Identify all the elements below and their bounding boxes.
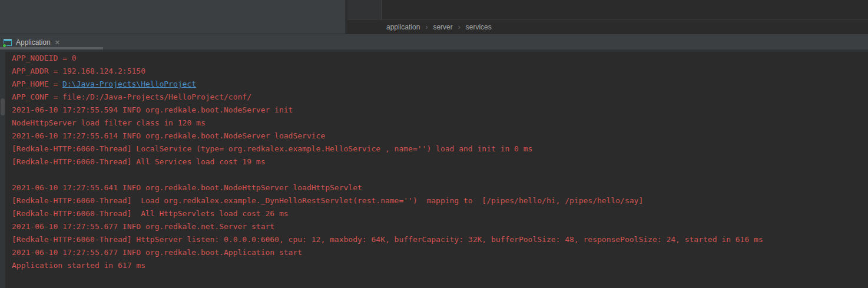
console-line: Application started in 617 ms [12, 259, 868, 272]
log-text: [Redkale-HTTP:6060-Thread] All HttpServl… [12, 209, 289, 218]
log-text: 2021-06-10 17:27:55.677 INFO org.redkale… [12, 248, 302, 257]
console-line: [Redkale-HTTP:6060-Thread] Load org.redk… [12, 194, 868, 207]
editor-gutter [347, 0, 382, 19]
console-line: 2021-06-10 17:27:55.641 INFO org.redkale… [12, 181, 868, 194]
left-panel [0, 0, 346, 34]
console-line: APP_HOME = D:\Java-Projects\HelloProject [12, 78, 868, 91]
tab-label: Application [16, 38, 51, 47]
log-text: APP_NODEID = 0 [12, 54, 77, 62]
console-line: 2021-06-10 17:27:55.594 INFO org.redkale… [12, 104, 868, 117]
console-line: APP_CONF = file:/D:/Java-Projects/HelloP… [12, 91, 868, 104]
console-line [12, 168, 868, 181]
console-line: APP_NODEID = 0 [12, 52, 868, 65]
console-line: [Redkale-HTTP:6060-Thread] HttpServer li… [12, 233, 868, 246]
console-line: 2021-06-10 17:27:55.614 INFO org.redkale… [12, 130, 868, 143]
log-text: [Redkale-HTTP:6060-Thread] Load org.redk… [12, 196, 643, 205]
breadcrumb-bar: application›server›services [347, 19, 868, 34]
breadcrumb: application›server›services [386, 23, 492, 31]
log-text: [Redkale-HTTP:6060-Thread] All Services … [12, 157, 265, 166]
console-output: APP_NODEID = 0APP_ADDR = 192.168.124.2:5… [12, 52, 868, 272]
console-scrollbar-thumb[interactable] [1, 98, 5, 115]
console-left-scrollbar[interactable] [0, 50, 5, 288]
tab-strip-scrollbar-thumb[interactable] [0, 47, 103, 49]
close-icon[interactable]: ✕ [55, 39, 60, 46]
console-line: [Redkale-HTTP:6060-Thread] All Services … [12, 155, 868, 168]
run-toolwindow-tab-bar: Application ✕ [0, 34, 868, 50]
log-text: 2021-06-10 17:27:55.677 INFO org.redkale… [12, 222, 274, 231]
breadcrumb-separator-icon: › [458, 23, 460, 31]
breadcrumb-separator-icon: › [425, 23, 428, 31]
log-text: [Redkale-HTTP:6060-Thread] HttpServer li… [12, 235, 763, 244]
console-line: APP_ADDR = 192.168.124.2:5150 [12, 65, 868, 78]
console-line: [Redkale-HTTP:6060-Thread] All HttpServl… [12, 207, 868, 220]
console-line: NodeHttpServer load filter class in 120 … [12, 117, 868, 130]
editor-background [382, 0, 868, 19]
log-text: APP_CONF = file:/D:/Java-Projects/HelloP… [12, 92, 251, 101]
log-text: [Redkale-HTTP:6060-Thread] LocalService … [12, 144, 532, 153]
editor-bottom-strip: application›server›services [0, 0, 868, 34]
console-line: 2021-06-10 17:27:55.677 INFO org.redkale… [12, 220, 868, 233]
ide-window: application›server›services Application … [0, 0, 868, 288]
log-text: 2021-06-10 17:27:55.641 INFO org.redkale… [12, 183, 362, 192]
log-text: APP_HOME = [12, 80, 62, 88]
breadcrumb-item-server[interactable]: server [433, 23, 452, 31]
log-text: 2021-06-10 17:27:55.614 INFO org.redkale… [12, 131, 325, 140]
log-text: NodeHttpServer load filter class in 120 … [12, 118, 206, 127]
run-console: APP_NODEID = 0APP_ADDR = 192.168.124.2:5… [0, 50, 868, 288]
console-titlebar-glyph [4, 39, 11, 41]
log-text: 2021-06-10 17:27:55.594 INFO org.redkale… [12, 105, 293, 114]
run-console-icon [3, 38, 12, 47]
console-line: 2021-06-10 17:27:55.677 INFO org.redkale… [12, 246, 868, 259]
breadcrumb-item-application[interactable]: application [386, 23, 420, 31]
log-text: Application started in 617 ms [12, 261, 145, 270]
file-link[interactable]: D:\Java-Projects\HelloProject [62, 80, 196, 88]
breadcrumb-item-services[interactable]: services [466, 23, 492, 31]
log-text: APP_ADDR = 192.168.124.2:5150 [12, 67, 145, 75]
console-line: [Redkale-HTTP:6060-Thread] LocalService … [12, 143, 868, 155]
